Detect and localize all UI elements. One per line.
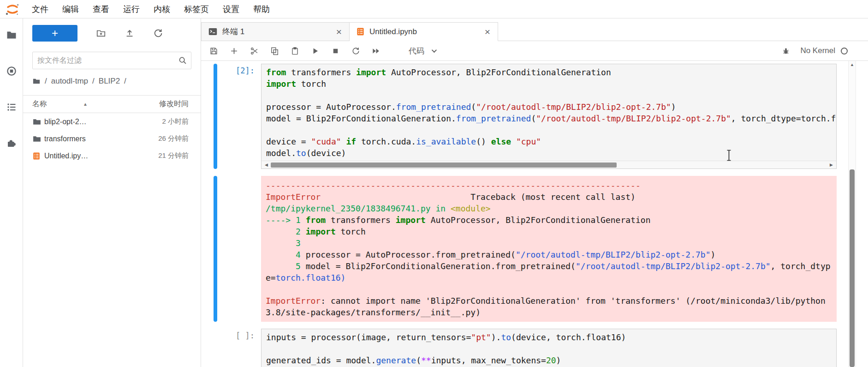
kernel-status-label: No Kernel [800,46,835,55]
notebook-content: [2]: from transformers import AutoProces… [201,61,868,367]
notebook-toolbar: 代码 No Kernel [201,41,868,61]
menu-view[interactable]: 查看 [86,0,116,18]
notebook-icon [356,27,365,36]
input-collapser[interactable] [214,329,217,367]
output-collapser[interactable] [214,176,217,322]
breadcrumb-separator: / [124,77,126,86]
debugger-icon[interactable] [782,47,790,55]
menubar: 文件 编辑 查看 运行 内核 标签页 设置 帮助 [0,0,868,18]
scrollbar-track[interactable] [270,162,828,168]
column-header-modified[interactable]: 修改时间 [159,99,189,109]
scrollbar-thumb[interactable] [850,169,855,367]
insert-cell-button[interactable] [228,44,240,57]
code-editor[interactable]: inputs = processor(image, return_tensors… [261,329,837,367]
cut-cells-button[interactable] [248,44,260,57]
scrollbar-thumb[interactable] [271,162,617,168]
execution-prompt: [ ]: [217,329,261,367]
menu-settings[interactable]: 设置 [216,0,246,18]
menu-file[interactable]: 文件 [25,0,55,18]
restart-kernel-button[interactable] [350,44,362,57]
input-collapser[interactable] [214,64,217,169]
breadcrumb: / autodl-tmp / BLIP2 / [32,77,191,86]
menu-run[interactable]: 运行 [116,0,147,18]
code-cell-output: ----------------------------------------… [214,176,868,322]
breadcrumb-separator: / [92,77,95,86]
dock-panel: 终端 1 × Untitled.ipynb × [201,18,868,367]
new-launcher-button[interactable]: + [32,25,77,42]
dock-tab-bar: 终端 1 × Untitled.ipynb × [201,18,868,41]
vertical-scrollbar[interactable]: ▲ [848,61,856,367]
file-browser-icon[interactable] [6,30,17,41]
error-traceback: ----------------------------------------… [261,176,837,322]
file-modified: 2 小时前 [162,117,189,126]
code-editor[interactable]: from transformers import AutoProcessor, … [261,64,837,169]
menu-tabs[interactable]: 标签页 [177,0,216,18]
interrupt-kernel-button[interactable] [329,44,341,57]
home-folder-icon[interactable] [32,77,41,85]
menu-kernel[interactable]: 内核 [147,0,177,18]
cell-type-dropdown[interactable]: 代码 [409,46,435,56]
extensions-icon[interactable] [6,138,17,149]
kernel-status[interactable]: No Kernel [800,46,848,55]
breadcrumb-separator: / [45,77,47,86]
toolbar-right: No Kernel [782,46,862,55]
breadcrumb-item-blip2[interactable]: BLIP2 [99,77,120,86]
file-row-untitled-notebook[interactable]: Untitled.ipy… 21 分钟前 [23,147,201,164]
breadcrumb-item-autodl-tmp[interactable]: autodl-tmp [51,77,88,86]
paste-cells-button[interactable] [289,44,301,57]
sort-ascending-icon: ▲ [83,102,88,107]
execution-prompt: [2]: [217,64,261,169]
tab-label: Untitled.ipynb [369,27,417,36]
chevron-down-icon [432,48,437,53]
save-button[interactable] [208,44,220,57]
file-filter [32,52,191,69]
close-tab-icon[interactable]: × [482,26,493,37]
scroll-up-icon[interactable]: ▲ [849,61,856,68]
terminal-icon [208,27,218,36]
run-cell-button[interactable] [309,44,321,57]
new-folder-icon[interactable] [96,28,106,38]
file-name: blip2-opt-2… [44,118,87,126]
file-name: Untitled.ipy… [44,152,88,160]
code-cell-input-2: [ ]: inputs = processor(image, return_te… [214,329,868,367]
tab-untitled-notebook[interactable]: Untitled.ipynb × [350,22,498,41]
folder-icon [32,134,44,144]
file-name: transformers [44,135,86,143]
file-row-blip2-opt[interactable]: blip2-opt-2… 2 小时前 [23,113,201,130]
jupyterlab-app: 文件 编辑 查看 运行 内核 标签页 设置 帮助 + [0,0,868,367]
activity-bar [0,18,23,367]
file-browser-toolbar: + [23,25,201,42]
file-row-transformers[interactable]: transformers 26 分钟前 [23,130,201,147]
refresh-icon[interactable] [153,28,163,38]
running-sessions-icon[interactable] [6,66,17,77]
cell-type-value: 代码 [409,46,424,56]
close-tab-icon[interactable]: × [333,26,345,37]
scroll-left-icon[interactable]: ◀ [263,162,270,167]
jupyter-logo-icon [5,1,20,17]
tab-label: 终端 1 [222,26,244,37]
file-browser-panel: + / [23,18,201,367]
code-source: from transformers import AutoProcessor, … [262,64,836,161]
output-prompt [217,176,261,322]
copy-cells-button[interactable] [268,44,280,57]
folder-icon [32,117,44,126]
menu-help[interactable]: 帮助 [246,0,277,18]
tab-terminal-1[interactable]: 终端 1 × [201,22,350,41]
scroll-right-icon[interactable]: ▶ [828,162,835,167]
text-cursor-pointer [726,149,732,162]
file-filter-input[interactable] [32,52,191,69]
code-source: inputs = processor(image, return_tensors… [262,329,836,367]
column-header-name[interactable]: 名称 [32,99,47,109]
kernel-idle-icon [841,48,848,54]
search-icon [178,55,188,67]
upload-icon[interactable] [125,28,135,38]
restart-run-all-button[interactable] [370,44,382,57]
file-modified: 26 分钟前 [158,134,189,143]
code-cell-input: [2]: from transformers import AutoProces… [214,64,868,169]
menu-edit[interactable]: 编辑 [55,0,86,18]
file-list-header: 名称 ▲ 修改时间 [23,95,201,113]
horizontal-scrollbar[interactable]: ◀ ▶ [262,161,836,168]
notebook-icon [32,152,44,160]
table-of-contents-icon[interactable] [6,102,17,113]
file-modified: 21 分钟前 [158,151,189,160]
